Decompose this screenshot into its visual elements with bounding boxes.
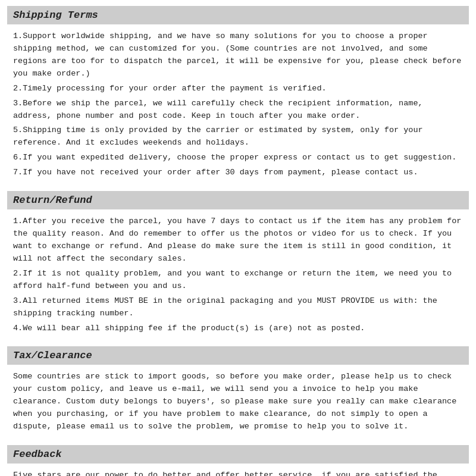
section-body-tax: Some countries are stick to import goods… (7, 365, 469, 443)
paragraph-return-3: 4.We will bear all shipping fee if the p… (13, 322, 463, 335)
page-container: Shipping Terms1.Support worldwide shippi… (0, 0, 476, 476)
paragraph-tax-0: Some countries are stick to import goods… (13, 371, 463, 433)
paragraph-return-0: 1.After you receive the parcel, you have… (13, 215, 463, 265)
paragraph-shipping-5: 7.If you have not received your order af… (13, 167, 463, 179)
section-title-tax: Tax/Clearance (13, 350, 92, 361)
section-title-shipping: Shipping Terms (13, 10, 98, 21)
section-body-feedback: Five stars are our power to do better an… (7, 464, 469, 476)
paragraph-shipping-1: 2.Timely processing for your order after… (13, 83, 463, 95)
paragraph-return-2: 3.All returned items MUST BE in the orig… (13, 295, 463, 320)
paragraph-shipping-4: 6.If you want expedited delivery, choose… (13, 152, 463, 164)
section-header-feedback: Feedback (7, 445, 469, 464)
paragraph-return-1: 2.If it is not quality problem, and you … (13, 268, 463, 293)
section-shipping: Shipping Terms1.Support worldwide shippi… (7, 6, 469, 189)
section-return: Return/Refund1.After you receive the par… (7, 191, 469, 344)
section-body-return: 1.After you receive the parcel, you have… (7, 209, 469, 344)
section-body-shipping: 1.Support worldwide shipping, and we hav… (7, 24, 469, 189)
paragraph-shipping-0: 1.Support worldwide shipping, and we hav… (13, 30, 463, 80)
section-title-feedback: Feedback (13, 449, 62, 460)
section-header-shipping: Shipping Terms (7, 6, 469, 24)
section-header-return: Return/Refund (7, 191, 469, 209)
section-tax: Tax/ClearanceSome countries are stick to… (7, 346, 469, 443)
paragraph-shipping-2: 3.Before we ship the parcel, we will car… (13, 98, 463, 123)
paragraph-feedback-0: Five stars are our power to do better an… (13, 469, 463, 476)
section-feedback: FeedbackFive stars are our power to do b… (7, 445, 469, 476)
section-title-return: Return/Refund (13, 195, 92, 206)
paragraph-shipping-3: 5.Shipping time is only provided by the … (13, 124, 463, 149)
section-header-tax: Tax/Clearance (7, 346, 469, 365)
